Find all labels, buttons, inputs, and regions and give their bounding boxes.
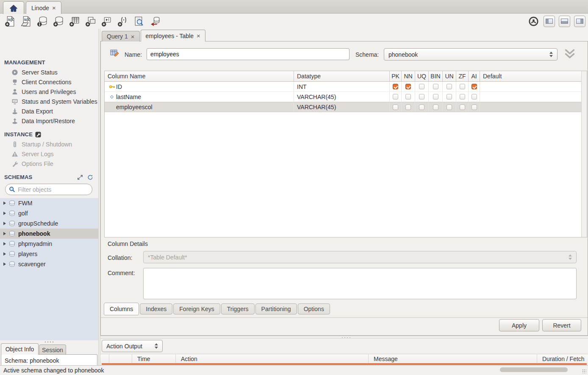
zf-checkbox[interactable] [460, 94, 465, 99]
sidebar-item-options-file[interactable]: Options File [0, 159, 98, 168]
spinner-arrows-icon[interactable] [549, 52, 553, 57]
schema-row-phonebook[interactable]: phonebook [0, 229, 98, 239]
revert-button[interactable]: Revert [542, 319, 581, 331]
sidebar-item-client-connections[interactable]: Client Connections [0, 77, 98, 87]
grid-vertical-scrollbar[interactable] [581, 71, 587, 237]
output-splitter[interactable] [100, 336, 588, 339]
home-tab[interactable] [3, 1, 24, 14]
sidebar-item-system-variables[interactable]: Status and System Variables [0, 97, 98, 106]
open-sql-script-button[interactable]: SQL [19, 15, 32, 28]
toggle-bottom-panel-button[interactable] [559, 16, 570, 27]
close-icon[interactable]: × [52, 5, 56, 11]
tab-employees-table[interactable]: employees - Table × [141, 30, 205, 41]
create-table-button[interactable] [68, 15, 80, 28]
uq-checkbox[interactable] [419, 94, 424, 99]
close-icon[interactable]: × [131, 33, 135, 40]
object-info-panel: Schema: phonebook [1, 354, 97, 365]
schema-combobox[interactable]: phonebook [384, 48, 557, 61]
default-value-cell[interactable] [480, 102, 581, 112]
zf-checkbox[interactable] [460, 105, 465, 110]
expander-icon[interactable] [3, 222, 6, 225]
pk-checkbox[interactable] [393, 94, 398, 99]
create-function-button[interactable] [116, 15, 129, 28]
bin-checkbox[interactable] [433, 105, 438, 110]
search-table-data-button[interactable] [132, 15, 145, 28]
toggle-right-sidebar-button[interactable] [574, 16, 585, 27]
sidebar-item-data-import[interactable]: Data Import/Restore [0, 116, 98, 126]
output-selector-combobox[interactable]: Action Output [102, 340, 163, 352]
pk-checkbox[interactable] [393, 84, 398, 89]
spinner-arrows-icon[interactable] [155, 343, 158, 349]
close-icon[interactable]: × [197, 33, 200, 39]
window-resize-grip[interactable] [582, 369, 586, 373]
workbench-user-button[interactable] [527, 15, 540, 28]
expander-icon[interactable] [3, 242, 6, 245]
apply-button[interactable]: Apply [499, 319, 539, 331]
sidebar-item-startup-shutdown[interactable]: Startup / Shutdown [0, 140, 98, 149]
schema-row-phpmyadmin[interactable]: phpmyadmin [0, 239, 98, 249]
un-checkbox[interactable] [447, 94, 452, 99]
un-checkbox[interactable] [447, 84, 452, 89]
column-row-id[interactable]: ID INT [105, 82, 581, 92]
ai-checkbox[interactable] [472, 94, 477, 99]
tab-session[interactable]: Session [39, 345, 66, 355]
tab-partitioning[interactable]: Partitioning [255, 303, 297, 314]
sidebar-item-server-status[interactable]: Server Status [0, 68, 98, 77]
expander-icon[interactable] [3, 232, 6, 235]
sidebar-item-server-logs[interactable]: Server Logs [0, 149, 98, 159]
connection-tab[interactable]: Linode × [26, 1, 61, 14]
table-name-input[interactable] [147, 48, 349, 60]
expander-icon[interactable] [3, 262, 6, 266]
schema-row-scavenger[interactable]: scavenger [0, 259, 98, 269]
column-row-lastname[interactable]: lastName VARCHAR(45) [105, 92, 581, 102]
tab-query-1[interactable]: Query 1 × [102, 31, 140, 41]
inspect-database-button[interactable] [36, 15, 48, 28]
nn-checkbox[interactable] [405, 105, 411, 110]
tab-object-info[interactable]: Object Info [1, 343, 39, 355]
default-value-cell[interactable] [480, 82, 581, 91]
tab-indexes[interactable]: Indexes [140, 303, 172, 314]
uq-checkbox[interactable] [419, 105, 424, 110]
reconnect-dbms-button[interactable] [148, 15, 161, 28]
zf-checkbox[interactable] [460, 84, 465, 89]
default-value-cell[interactable] [480, 92, 581, 102]
output-horizontal-scrollbar[interactable] [500, 367, 568, 372]
ai-checkbox[interactable] [472, 84, 477, 89]
bin-checkbox[interactable] [433, 84, 438, 89]
tab-options[interactable]: Options [298, 303, 330, 314]
sidebar-splitter-handle[interactable] [44, 341, 54, 343]
nn-checkbox[interactable] [405, 94, 411, 99]
toggle-left-sidebar-button[interactable] [544, 16, 555, 27]
un-checkbox[interactable] [447, 105, 452, 110]
column-row-employeescol[interactable]: employeescol VARCHAR(45) [105, 102, 581, 112]
expand-schemas-icon[interactable] [77, 174, 83, 180]
expander-icon[interactable] [3, 201, 6, 205]
sidebar-item-data-export[interactable]: Data Export [0, 107, 98, 116]
new-query-tab-button[interactable]: SQL [3, 15, 16, 28]
uq-checkbox[interactable] [419, 84, 424, 89]
pk-checkbox[interactable] [393, 105, 398, 110]
ai-checkbox[interactable] [472, 105, 477, 110]
schema-filter-box[interactable] [5, 184, 92, 195]
expand-header-chevron-icon[interactable] [564, 49, 576, 59]
expander-icon[interactable] [3, 252, 6, 256]
nn-checkbox[interactable] [405, 84, 411, 89]
sidebar-item-users-privileges[interactable]: Users and Privileges [0, 87, 98, 97]
refresh-schemas-icon[interactable] [87, 174, 93, 180]
bin-checkbox[interactable] [433, 94, 438, 99]
tab-foreign-keys[interactable]: Foreign Keys [173, 303, 220, 314]
schema-row-fwm[interactable]: FWM [0, 198, 98, 208]
comment-textarea[interactable] [143, 268, 577, 299]
splitter-handle[interactable] [341, 337, 350, 338]
collation-combobox[interactable]: *Table Default* [143, 251, 577, 263]
schema-filter-input[interactable] [18, 186, 81, 193]
schema-row-groupschedule[interactable]: groupSchedule [0, 218, 98, 229]
tab-columns[interactable]: Columns [104, 303, 139, 315]
create-schema-button[interactable] [52, 15, 64, 28]
schema-row-players[interactable]: players [0, 249, 98, 259]
create-view-button[interactable] [84, 15, 97, 28]
create-procedure-button[interactable] [100, 15, 113, 28]
expander-icon[interactable] [3, 212, 6, 215]
schema-row-golf[interactable]: golf [0, 208, 98, 218]
tab-triggers[interactable]: Triggers [221, 303, 255, 314]
